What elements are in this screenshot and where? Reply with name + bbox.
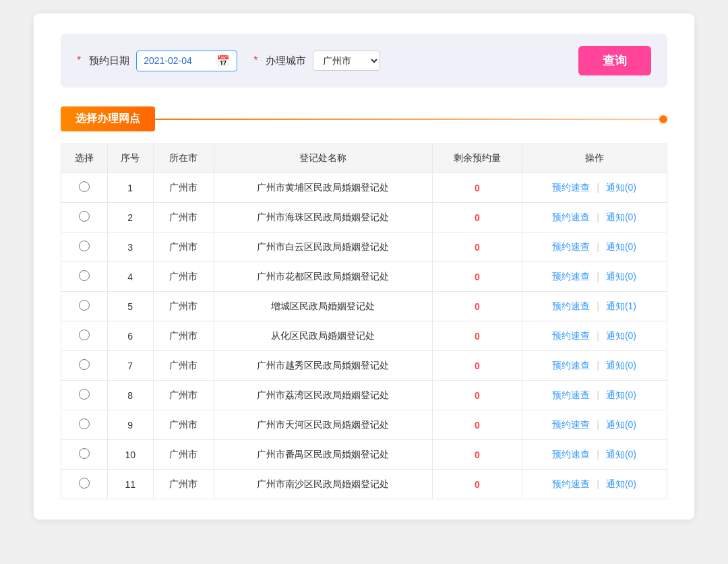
row-radio-2[interactable] — [79, 211, 90, 222]
remain-cell: 0 — [433, 173, 522, 203]
col-header-4: 剩余预约量 — [433, 144, 522, 173]
notify-link-10[interactable]: 通知(0) — [606, 449, 636, 460]
table-row: 8广州市广州市荔湾区民政局婚姻登记处0预约速查 | 通知(0) — [61, 381, 667, 410]
row-radio-4[interactable] — [79, 270, 90, 281]
col-header-3: 登记处名称 — [214, 144, 432, 173]
table-row: 6广州市从化区民政局婚姻登记处0预约速查 | 通知(0) — [61, 321, 667, 351]
radio-cell[interactable] — [61, 470, 108, 499]
action-cell: 预约速查 | 通知(0) — [522, 351, 667, 381]
action-cell: 预约速查 | 通知(0) — [522, 470, 667, 499]
radio-cell[interactable] — [61, 440, 108, 470]
seq-cell: 6 — [107, 321, 154, 351]
notify-link-4[interactable]: 通知(0) — [606, 271, 636, 282]
date-required-star: * — [77, 55, 81, 67]
table-header: 选择序号所在市登记处名称剩余预约量操作 — [61, 144, 667, 173]
action-sep: | — [594, 182, 601, 193]
section-title: 选择办理网点 — [61, 106, 155, 131]
notify-link-2[interactable]: 通知(0) — [606, 212, 636, 222]
row-radio-10[interactable] — [79, 448, 90, 459]
city-cell: 广州市 — [154, 232, 214, 262]
quick-book-link-11[interactable]: 预约速查 — [552, 478, 590, 489]
city-cell: 广州市 — [154, 321, 214, 351]
radio-cell[interactable] — [61, 292, 108, 321]
table-row: 5广州市增城区民政局婚姻登记处0预约速查 | 通知(1) — [61, 292, 667, 321]
radio-cell[interactable] — [61, 351, 108, 381]
notify-link-6[interactable]: 通知(0) — [606, 330, 636, 341]
notify-link-5[interactable]: 通知(1) — [606, 301, 636, 311]
action-sep: | — [594, 360, 601, 371]
seq-cell: 3 — [107, 232, 154, 262]
notify-link-7[interactable]: 通知(0) — [606, 360, 636, 371]
seq-cell: 8 — [107, 381, 154, 410]
row-radio-1[interactable] — [79, 181, 90, 192]
action-cell: 预约速查 | 通知(0) — [522, 232, 667, 262]
action-sep: | — [594, 478, 601, 489]
table-row: 9广州市广州市天河区民政局婚姻登记处0预约速查 | 通知(0) — [61, 410, 667, 440]
date-input[interactable] — [144, 55, 211, 66]
city-cell: 广州市 — [154, 351, 214, 381]
radio-cell[interactable] — [61, 321, 108, 351]
date-input-wrap[interactable]: 📅 — [136, 51, 237, 71]
notify-link-9[interactable]: 通知(0) — [606, 419, 636, 430]
radio-cell[interactable] — [61, 381, 108, 410]
query-button[interactable]: 查询 — [578, 46, 651, 75]
quick-book-link-7[interactable]: 预约速查 — [552, 360, 590, 371]
section-line — [155, 119, 667, 120]
name-cell: 广州市荔湾区民政局婚姻登记处 — [214, 381, 432, 410]
row-radio-3[interactable] — [79, 241, 90, 251]
notify-link-3[interactable]: 通知(0) — [606, 241, 636, 252]
name-cell: 广州市南沙区民政局婚姻登记处 — [214, 470, 432, 499]
notify-link-1[interactable]: 通知(0) — [606, 182, 636, 193]
radio-cell[interactable] — [61, 203, 108, 232]
radio-cell[interactable] — [61, 262, 108, 292]
table-row: 2广州市广州市海珠区民政局婚姻登记处0预约速查 | 通知(0) — [61, 203, 667, 232]
row-radio-9[interactable] — [79, 418, 90, 429]
name-cell: 广州市海珠区民政局婚姻登记处 — [214, 203, 432, 232]
quick-book-link-4[interactable]: 预约速查 — [552, 271, 590, 282]
row-radio-5[interactable] — [79, 300, 90, 311]
remain-cell: 0 — [433, 381, 522, 410]
name-cell: 广州市花都区民政局婚姻登记处 — [214, 262, 432, 292]
row-radio-6[interactable] — [79, 330, 90, 340]
quick-book-link-10[interactable]: 预约速查 — [552, 449, 590, 460]
quick-book-link-3[interactable]: 预约速查 — [552, 241, 590, 252]
quick-book-link-5[interactable]: 预约速查 — [552, 301, 590, 311]
calendar-icon[interactable]: 📅 — [216, 55, 230, 67]
radio-cell[interactable] — [61, 410, 108, 440]
quick-book-link-1[interactable]: 预约速查 — [552, 182, 590, 193]
table-row: 4广州市广州市花都区民政局婚姻登记处0预约速查 | 通知(0) — [61, 262, 667, 292]
city-cell: 广州市 — [154, 173, 214, 203]
main-container: * 预约日期 📅 * 办理城市 广州市深圳市佛山市东莞市 查询 选择办理网点 选… — [34, 13, 694, 520]
action-sep: | — [594, 389, 601, 400]
city-required-star: * — [253, 55, 257, 67]
date-label: 预约日期 — [89, 55, 129, 67]
row-radio-7[interactable] — [79, 359, 90, 370]
remain-cell: 0 — [433, 262, 522, 292]
action-sep: | — [594, 271, 601, 282]
name-cell: 增城区民政局婚姻登记处 — [214, 292, 432, 321]
action-cell: 预约速查 | 通知(0) — [522, 381, 667, 410]
quick-book-link-6[interactable]: 预约速查 — [552, 330, 590, 341]
city-select[interactable]: 广州市深圳市佛山市东莞市 — [313, 51, 380, 71]
quick-book-link-2[interactable]: 预约速查 — [552, 212, 590, 222]
quick-book-link-9[interactable]: 预约速查 — [552, 419, 590, 430]
search-bar: * 预约日期 📅 * 办理城市 广州市深圳市佛山市东莞市 查询 — [61, 34, 667, 88]
row-radio-11[interactable] — [79, 478, 90, 489]
notify-link-8[interactable]: 通知(0) — [606, 389, 636, 400]
radio-cell[interactable] — [61, 173, 108, 203]
section-title-wrap: 选择办理网点 — [61, 106, 667, 131]
notify-link-11[interactable]: 通知(0) — [606, 478, 636, 489]
seq-cell: 11 — [107, 470, 154, 499]
seq-cell: 9 — [107, 410, 154, 440]
col-header-5: 操作 — [522, 144, 667, 173]
col-header-0: 选择 — [61, 144, 108, 173]
quick-book-link-8[interactable]: 预约速查 — [552, 389, 590, 400]
name-cell: 广州市天河区民政局婚姻登记处 — [214, 410, 432, 440]
action-cell: 预约速查 | 通知(0) — [522, 321, 667, 351]
registry-table: 选择序号所在市登记处名称剩余预约量操作 1广州市广州市黄埔区民政局婚姻登记处0预… — [61, 144, 667, 499]
radio-cell[interactable] — [61, 232, 108, 262]
table-body: 1广州市广州市黄埔区民政局婚姻登记处0预约速查 | 通知(0)2广州市广州市海珠… — [61, 173, 667, 499]
row-radio-8[interactable] — [79, 389, 90, 400]
col-header-1: 序号 — [107, 144, 154, 173]
name-cell: 广州市白云区民政局婚姻登记处 — [214, 232, 432, 262]
